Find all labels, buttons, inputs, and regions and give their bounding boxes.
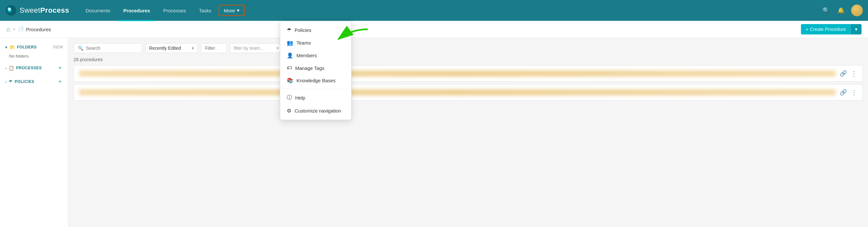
dropdown-teams-label: Teams [297,40,311,45]
dropdown-help-label: Help [295,95,305,100]
filter-bar: 🔍 Recently Edited ▾ Filter ... filter by… [73,43,863,53]
dropdown-knowledge-bases[interactable]: 📚 Knowledge Bases [280,74,351,87]
sidebar-processes-label: PROCESSES [16,66,55,70]
procedures-count: 26 procedures [73,57,863,62]
nav-more-label: More [224,8,235,13]
create-procedure-button[interactable]: + Create Procedure [801,24,850,34]
logo-bold-text: Process [40,6,69,14]
nav-right: 🔍 🔔 [821,5,863,16]
filter-by-team-label: filter by team... [234,45,264,51]
chevron-down-icon: ▾ [277,46,279,51]
chevron-down-icon: ▾ [192,45,194,51]
logo-text: SweetProcess [20,6,69,14]
sidebar-policies-section: › ☂ POLICIES + [0,76,68,87]
umbrella-icon: ☂ [287,27,291,33]
more-options-icon[interactable]: ⋮ [851,89,857,96]
nav-procedures[interactable]: Procedures [118,5,156,16]
link-icon[interactable]: 🔗 [840,70,847,77]
bell-icon[interactable]: 🔔 [836,5,846,15]
more-options-icon[interactable]: ⋮ [851,70,857,77]
table-row: 🔗 ⋮ [73,65,863,82]
dropdown-manage-tags-label: Manage Tags [295,65,324,71]
top-navigation: SweetProcess Documents Procedures Proces… [0,0,868,21]
sidebar: ▾ 📁 FOLDERS VIEW No folders. › 📋 PROCESS… [0,38,68,227]
breadcrumb-bar: ⌂ > 📄 Procedures + Create Procedure ▼ [0,21,868,38]
procedures-icon: 📄 [18,26,24,32]
filter-label: Filter [205,45,215,51]
main-panel: 🔍 Recently Edited ▾ Filter ... filter by… [68,38,868,227]
book-icon: 📚 [287,77,293,84]
nav-items: Documents Procedures Processes Tasks Mor… [80,5,821,16]
sidebar-processes-section: › 📋 PROCESSES + [0,62,68,73]
dropdown-customize-label: Customize navigation [294,108,341,114]
chevron-right-icon: › [5,66,6,71]
breadcrumb-home[interactable]: ⌂ [6,26,10,33]
create-procedure-label: Create Procedure [810,27,846,32]
nav-documents[interactable]: Documents [80,5,116,16]
chevron-down-icon: ▾ [237,7,240,13]
dropdown-policies[interactable]: ☂ Policies [280,24,351,36]
dropdown-teams[interactable]: 👥 Teams [280,36,351,49]
sort-selected-label: Recently Edited [149,45,181,51]
dropdown-divider [280,89,351,89]
procedure-title-blurred [79,71,836,76]
policies-icon: ☂ [8,79,13,84]
processes-icon: 📋 [8,65,14,71]
content-area: ▾ 📁 FOLDERS VIEW No folders. › 📋 PROCESS… [0,38,868,227]
create-procedure-caret[interactable]: ▼ [850,24,862,34]
dropdown-members[interactable]: 👤 Members [280,49,351,62]
sidebar-policies-label: POLICIES [14,79,55,84]
logo-icon [5,5,17,16]
sidebar-folders-view[interactable]: VIEW [53,45,63,50]
tag-icon: 🏷 [287,65,292,71]
breadcrumb-page: 📄 Procedures [18,26,51,32]
nav-more-button[interactable]: More ▾ [219,5,245,16]
table-row: 🔗 ⋮ [73,84,863,100]
search-box: 🔍 [73,43,142,53]
folder-icon: 📁 [9,44,15,50]
logo-light-text: Sweet [20,6,40,14]
dropdown-policies-label: Policies [294,27,311,33]
more-dropdown-menu: ☂ Policies 👥 Teams 👤 Members 🏷 Manage Ta… [280,21,351,120]
avatar[interactable] [851,5,863,16]
sidebar-processes-add[interactable]: + [57,65,63,71]
create-procedure-group: + Create Procedure ▼ [801,24,862,34]
plus-icon: + [806,27,808,32]
question-icon: ⓘ [287,94,292,101]
dropdown-customize[interactable]: ⚙ Customize navigation [280,104,351,117]
people-icon: 👥 [287,40,293,46]
sidebar-folders-label: FOLDERS [17,45,51,50]
procedure-title-blurred [79,90,836,95]
breadcrumb-separator: > [13,27,15,32]
sidebar-policies-header[interactable]: › ☂ POLICIES + [0,76,68,87]
sort-select[interactable]: Recently Edited ▾ [146,43,197,53]
link-icon[interactable]: 🔗 [840,89,847,96]
search-icon: 🔍 [78,45,83,51]
dropdown-knowledge-bases-label: Knowledge Bases [297,78,336,83]
svg-point-2 [8,8,11,10]
dropdown-manage-tags[interactable]: 🏷 Manage Tags [280,62,351,74]
filter-button[interactable]: Filter ... [201,43,227,53]
chevron-right-icon: › [5,79,6,84]
sidebar-processes-header[interactable]: › 📋 PROCESSES + [0,62,68,73]
sidebar-policies-add[interactable]: + [57,79,63,85]
chevron-down-icon: ▾ [5,45,7,50]
logo[interactable]: SweetProcess [5,5,69,16]
sidebar-folders-section: ▾ 📁 FOLDERS VIEW No folders. [0,42,68,60]
filter-by-team-select[interactable]: filter by team... ▾ [230,43,282,53]
person-icon: 👤 [287,52,293,59]
nav-processes[interactable]: Processes [157,5,192,16]
breadcrumb-page-label: Procedures [26,27,51,32]
dropdown-members-label: Members [297,53,317,58]
gear-icon: ⚙ [287,108,291,114]
nav-tasks[interactable]: Tasks [193,5,217,16]
dropdown-help[interactable]: ⓘ Help [280,91,351,104]
search-icon[interactable]: 🔍 [821,5,831,15]
sidebar-no-folders: No folders. [0,52,68,60]
search-input[interactable] [86,45,138,51]
sidebar-folders-header[interactable]: ▾ 📁 FOLDERS VIEW [0,42,68,52]
chevron-down-icon: ... [217,46,220,50]
